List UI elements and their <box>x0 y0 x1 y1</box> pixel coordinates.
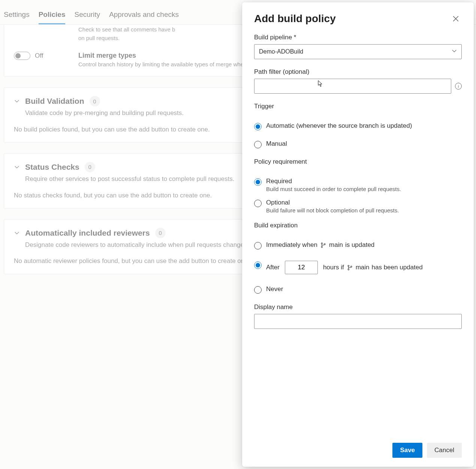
branch-icon <box>347 265 353 270</box>
svg-point-1 <box>321 246 322 247</box>
build-pipeline-label: Build pipeline * <box>254 34 462 41</box>
radio-icon <box>254 123 262 130</box>
requirement-optional-label: Optional <box>266 199 399 206</box>
exp-after-mid: hours if <box>323 264 344 271</box>
radio-icon <box>254 200 262 207</box>
svg-point-5 <box>350 266 352 267</box>
expiration-immediately-option[interactable]: Immediately when main is updated <box>254 241 462 249</box>
svg-point-3 <box>348 265 349 266</box>
trigger-label: Trigger <box>254 103 462 110</box>
policy-requirement-label: Policy requirement <box>254 158 462 166</box>
build-pipeline-select[interactable]: Demo-ADOBuild <box>254 44 462 59</box>
save-button[interactable]: Save <box>392 443 422 458</box>
radio-icon <box>254 242 262 249</box>
display-name-input[interactable] <box>254 314 462 329</box>
exp-branch: main <box>356 264 370 271</box>
trigger-manual-option[interactable]: Manual <box>254 140 462 148</box>
trigger-manual-label: Manual <box>266 140 287 148</box>
panel-title: Add build policy <box>254 13 336 25</box>
info-icon[interactable]: i <box>455 83 462 90</box>
requirement-required-sub: Build must succeed in order to complete … <box>266 186 401 192</box>
exp-immediately-post: is updated <box>345 241 374 249</box>
branch-icon <box>320 242 326 248</box>
svg-point-4 <box>348 269 349 270</box>
exp-after-post: has been updated <box>372 264 423 271</box>
svg-point-2 <box>324 243 325 245</box>
path-filter-input[interactable] <box>254 79 451 94</box>
chevron-down-icon <box>452 48 457 55</box>
exp-never-label: Never <box>266 285 283 293</box>
requirement-required-option[interactable]: Required Build must succeed in order to … <box>254 178 462 192</box>
requirement-optional-sub: Build failure will not block completion … <box>266 207 399 214</box>
close-icon[interactable] <box>450 13 462 25</box>
build-pipeline-value: Demo-ADOBuild <box>259 48 303 55</box>
cancel-button[interactable]: Cancel <box>427 443 462 458</box>
add-build-policy-panel: Add build policy Build pipeline * Demo-A… <box>242 2 474 467</box>
trigger-automatic-option[interactable]: Automatic (whenever the source branch is… <box>254 122 462 130</box>
exp-immediately-pre: Immediately when <box>266 241 317 249</box>
radio-icon <box>254 261 262 269</box>
build-expiration-label: Build expiration <box>254 222 462 229</box>
requirement-optional-option[interactable]: Optional Build failure will not block co… <box>254 199 462 214</box>
expiration-hours-input[interactable] <box>285 261 318 274</box>
exp-branch: main <box>329 241 343 249</box>
radio-icon <box>254 178 262 186</box>
exp-after-pre: After <box>266 264 280 271</box>
svg-point-0 <box>321 243 322 244</box>
trigger-automatic-label: Automatic (whenever the source branch is… <box>266 122 412 130</box>
expiration-never-option[interactable]: Never <box>254 285 462 294</box>
expiration-after-option[interactable]: After hours if main has been updated <box>254 261 462 274</box>
radio-icon <box>254 141 262 148</box>
requirement-required-label: Required <box>266 178 401 185</box>
path-filter-label: Path filter (optional) <box>254 68 462 76</box>
radio-icon <box>254 286 262 294</box>
display-name-label: Display name <box>254 303 462 311</box>
